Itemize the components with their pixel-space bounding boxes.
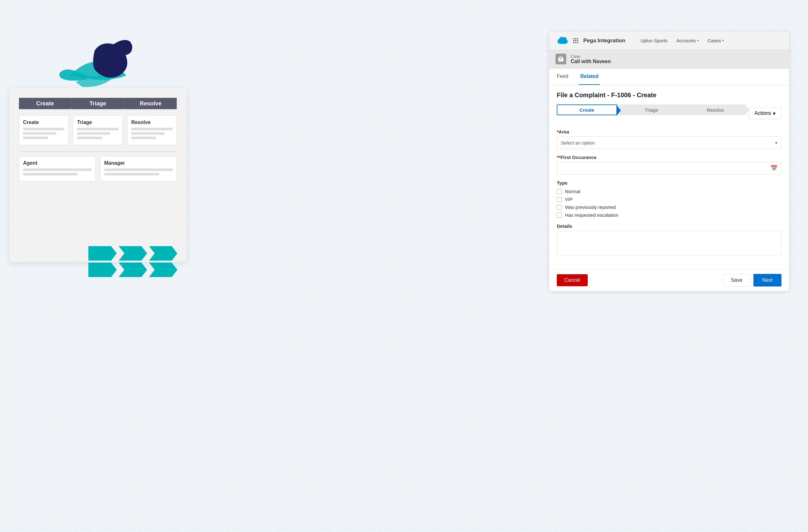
pegasus-logo [51, 32, 145, 114]
sf-header: Pega Integration Uplus Sports Accounts ▾… [549, 32, 789, 50]
type-field: Type Normal VIP Was previously reported … [557, 180, 782, 218]
sf-form: File a Complaint - F-1006 - Create Creat… [549, 85, 789, 269]
details-label: Details [557, 223, 782, 229]
workflow-box-manager: Manager [100, 156, 177, 181]
accounts-chevron-icon: ▾ [697, 39, 699, 42]
sf-tabs: Feed Related [549, 69, 789, 85]
teal-arrows-decoration [88, 246, 177, 279]
app-name: Pega Integration [583, 38, 625, 44]
tab-related[interactable]: Related [579, 69, 600, 85]
workflow-divider [19, 151, 177, 152]
area-select[interactable]: Select an option ▾ [557, 136, 782, 149]
first-occurrence-field: **First Occurance 📅 [557, 154, 782, 175]
cancel-button[interactable]: Cancel [557, 274, 588, 286]
footer-right-buttons: Save Next [723, 274, 782, 287]
case-icon [555, 54, 566, 65]
grid-dots-icon [573, 38, 578, 43]
first-occurrence-label: **First Occurance [557, 154, 782, 160]
actions-dropdown-icon: ▾ [773, 110, 775, 116]
sf-stage-bar: Create Triage Resolve [557, 105, 745, 115]
actions-button[interactable]: Actions ▾ [749, 108, 782, 119]
checkbox-normal[interactable] [557, 189, 562, 194]
checkbox-item-escalation: Has requested escalation [557, 212, 782, 218]
nav-accounts[interactable]: Accounts ▾ [673, 36, 702, 45]
arrow-row-bottom [88, 262, 177, 277]
sf-case-bar: Case Call with Naveen [549, 50, 789, 69]
teal-arrow-3 [149, 246, 177, 261]
checkbox-previously-reported[interactable] [557, 205, 562, 210]
salesforce-cloud-icon [555, 36, 568, 45]
checkbox-item-vip: VIP [557, 197, 782, 202]
checkbox-escalation[interactable] [557, 213, 562, 218]
sf-stage-create[interactable]: Create [557, 105, 617, 115]
workflow-boxes-top: Create Triage Resolve [19, 115, 177, 145]
workflow-box-agent: Agent [19, 156, 96, 181]
workflow-box-triage: Triage [73, 115, 123, 145]
teal-arrow-1 [88, 246, 117, 261]
svg-rect-1 [560, 59, 562, 60]
stage-bar-container: Create Triage Resolve Actions ▾ [557, 105, 782, 122]
save-button[interactable]: Save [723, 274, 750, 287]
workflow-box-create: Create [19, 115, 69, 145]
area-label: *Area [557, 129, 782, 134]
calendar-icon: 📅 [770, 165, 777, 172]
checkbox-vip[interactable] [557, 197, 562, 202]
form-title: File a Complaint - F-1006 - Create [557, 92, 782, 99]
salesforce-panel: Pega Integration Uplus Sports Accounts ▾… [549, 32, 789, 291]
type-label: Type [557, 180, 782, 185]
area-chevron-icon: ▾ [775, 141, 777, 145]
arrow-row-top [88, 246, 177, 261]
details-field: Details [557, 223, 782, 257]
teal-arrow-6 [149, 262, 177, 277]
checkbox-item-normal: Normal [557, 189, 782, 194]
area-field: *Area Select an option ▾ [557, 129, 782, 149]
nav-uplus-sports[interactable]: Uplus Sports [637, 36, 671, 45]
teal-arrow-2 [119, 246, 147, 261]
details-textarea[interactable] [557, 231, 782, 256]
sf-nav: Uplus Sports Accounts ▾ Cases ▾ [637, 36, 728, 45]
teal-arrow-5 [119, 262, 147, 277]
next-button[interactable]: Next [753, 274, 782, 287]
sf-stage-triage[interactable]: Triage [617, 105, 681, 115]
nav-cases[interactable]: Cases ▾ [704, 36, 728, 45]
cases-chevron-icon: ▾ [722, 39, 724, 42]
sf-footer: Cancel Save Next [549, 269, 789, 291]
first-occurrence-input[interactable]: 📅 [557, 162, 782, 175]
tab-feed[interactable]: Feed [555, 69, 569, 85]
teal-arrow-4 [88, 262, 117, 277]
case-info: Case Call with Naveen [571, 54, 611, 65]
checkbox-item-prev-reported: Was previously reported [557, 204, 782, 210]
workflow-panel: Create Triage Resolve Create Triage Reso… [10, 88, 186, 262]
sf-stage-resolve[interactable]: Resolve [681, 105, 745, 115]
workflow-boxes-bottom: Agent Manager [19, 156, 177, 181]
workflow-box-resolve: Resolve [127, 115, 177, 145]
